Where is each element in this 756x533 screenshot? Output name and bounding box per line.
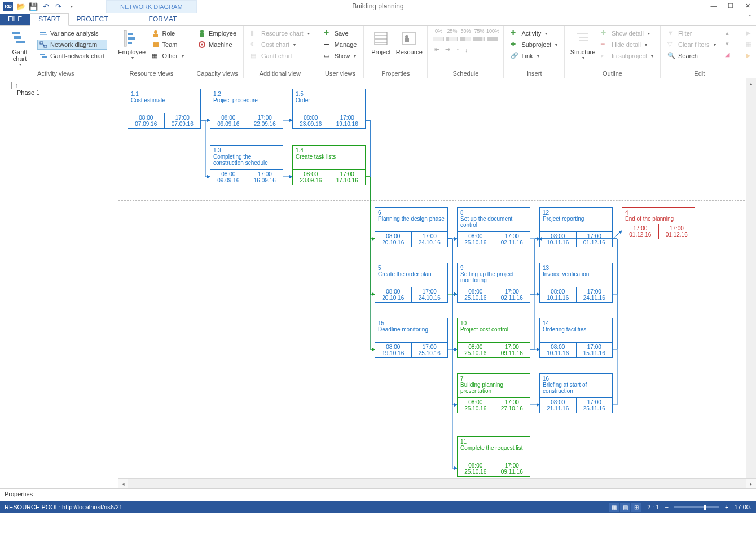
chart-icon: ▮ xyxy=(250,29,258,37)
group-additional-view: ▮Resource chart▾ ¢Cost chart▾ ▤Gantt cha… xyxy=(244,26,317,78)
activity-icon: ✚ xyxy=(511,29,518,37)
show-icon: ▭ xyxy=(324,52,332,60)
status-icon-3[interactable]: ⊞ xyxy=(631,503,641,512)
down-arrow-icon: ▾ xyxy=(720,39,734,49)
tab-project[interactable]: PROJECT xyxy=(69,14,116,25)
diagram-node[interactable]: 16Briefing at start of construction08:00… xyxy=(539,373,613,413)
capacity-machine-button[interactable]: Machine xyxy=(196,40,239,50)
tab-format[interactable]: FORMAT xyxy=(141,14,185,25)
status-icon-1[interactable]: ▦ xyxy=(609,503,619,512)
eraser-icon: ◢ xyxy=(720,50,734,59)
scroll-right-icon[interactable]: ▸ xyxy=(746,479,756,488)
gantt-chart-button[interactable]: Gantt chart ▾ xyxy=(5,28,35,67)
search-button[interactable]: 🔍Search xyxy=(665,51,718,61)
diagram-node[interactable]: 1.3Completing the construction schedule0… xyxy=(210,145,283,185)
plus-icon: ✚ xyxy=(601,29,609,37)
show-detail-button: ✚Show detail▾ xyxy=(599,28,656,38)
redo-icon[interactable]: ↷ xyxy=(54,2,63,11)
svg-rect-1 xyxy=(14,36,21,39)
network-diagram-button[interactable]: Network diagram xyxy=(37,40,107,50)
diagram-canvas[interactable]: 1.1Cost estimate08:0007.09.1617:0007.09.… xyxy=(118,78,756,488)
resource-properties-button[interactable]: Resource xyxy=(395,28,423,55)
maximize-button[interactable]: ☐ xyxy=(722,0,739,11)
svg-rect-13 xyxy=(128,42,132,44)
tab-file[interactable]: FILE xyxy=(0,14,30,25)
gantt-icon: ▤ xyxy=(250,52,258,60)
schedule-extra-icon: ⋯ xyxy=(471,45,482,54)
zoom-in-icon[interactable]: + xyxy=(725,504,728,510)
diagram-node[interactable]: 11Complete the request list08:0025.10.16… xyxy=(457,436,530,477)
qat-dropdown-icon[interactable]: ▾ xyxy=(67,2,76,11)
role-button[interactable]: Role xyxy=(150,28,187,38)
manage-views-button[interactable]: ☰Manage xyxy=(322,40,359,50)
vertical-scrollbar[interactable]: ▴ xyxy=(746,78,756,479)
diagram-node[interactable]: 12Project reporting08:0010.11.1617:0001.… xyxy=(539,207,613,247)
save-icon[interactable]: 💾 xyxy=(29,2,38,11)
employee-view-button[interactable]: Employee ▾ xyxy=(117,28,147,60)
scroll-up-icon[interactable]: ▴ xyxy=(746,78,756,88)
svg-rect-10 xyxy=(124,30,126,46)
properties-panel-header[interactable]: Properties xyxy=(0,488,756,501)
diagram-node[interactable]: 9Setting up the project monitoring08:002… xyxy=(457,263,530,303)
diagram-node[interactable]: 7Building planning presentation08:0025.1… xyxy=(457,373,530,413)
indent-icon: ⇥ xyxy=(443,45,452,54)
tree-root[interactable]: - 1 xyxy=(5,82,113,89)
diagram-node[interactable]: 8Set up the document control08:0025.10.1… xyxy=(457,207,530,247)
save-view-button[interactable]: ✚Save xyxy=(322,28,359,38)
minus-icon: ━ xyxy=(601,41,609,49)
in-subproject-button: ▸In subproject▾ xyxy=(599,51,656,61)
insert-subproject-button[interactable]: ✚Subproject▾ xyxy=(508,40,560,50)
group-edit: ▼Filter ▽Clear filters▾ 🔍Search ▴ ▾ ◢ Ed… xyxy=(661,26,739,78)
diagram-node[interactable]: 13Invoice verification08:0010.11.1617:00… xyxy=(539,263,613,303)
svg-rect-6 xyxy=(44,45,47,47)
diagram-node[interactable]: 1.1Cost estimate08:0007.09.1617:0007.09.… xyxy=(128,89,201,129)
gantt-network-icon xyxy=(39,52,47,60)
group-user-views: ✚Save ☰Manage ▭Show▾ User views xyxy=(317,26,364,78)
project-properties-button[interactable]: Project xyxy=(368,28,393,55)
diagram-node[interactable]: 15Deadline monitoring08:0019.10.1617:002… xyxy=(375,318,448,358)
zoom-slider[interactable] xyxy=(674,506,719,508)
insert-link-button[interactable]: 🔗Link▾ xyxy=(508,51,560,61)
tab-start[interactable]: START xyxy=(30,13,68,26)
tree-pane: - 1 Phase 1 xyxy=(0,78,118,488)
gantt-network-chart-button[interactable]: Gantt-network chart xyxy=(37,51,107,61)
diagram-node[interactable]: 1.2Project procedure08:0009.09.1617:0022… xyxy=(210,89,283,129)
ribbon-collapse-icon[interactable]: ˇ xyxy=(749,15,751,23)
collapse-icon[interactable]: - xyxy=(5,82,12,89)
open-icon[interactable]: 📂 xyxy=(16,2,25,11)
link-icon: 🔗 xyxy=(511,52,518,60)
horizontal-scrollbar[interactable]: ◂ ▸ xyxy=(118,478,756,488)
status-icon-2[interactable]: ▤ xyxy=(620,503,630,512)
title-bar: RB 📂 💾 ↶ ↷ ▾ NETWORK DIAGRAM Building pl… xyxy=(0,0,756,13)
show-views-dropdown[interactable]: ▭Show▾ xyxy=(322,51,359,61)
tree-root-name[interactable]: Phase 1 xyxy=(5,89,113,96)
scroll-left-icon[interactable]: ◂ xyxy=(118,479,128,488)
other-dropdown[interactable]: ▦Other▾ xyxy=(150,51,187,61)
close-button[interactable]: ✕ xyxy=(739,0,756,11)
diagram-node[interactable]: 5Create the order plan08:0020.10.1617:00… xyxy=(375,263,448,303)
group-resource-views: Employee ▾ Role Team ▦Other▾ Resource vi… xyxy=(112,26,192,78)
diagram-node[interactable]: 1.4Create task lists08:0023.09.1617:0017… xyxy=(292,145,366,185)
insert-activity-button[interactable]: ✚Activity▾ xyxy=(508,28,560,38)
undo-icon[interactable]: ↶ xyxy=(41,2,50,11)
diagram-node[interactable]: 6Planning the design phase08:0020.10.161… xyxy=(375,207,448,247)
svg-rect-2 xyxy=(16,41,25,43)
diagram-node[interactable]: 4End of the planning17:0001.12.1617:0001… xyxy=(622,207,695,239)
diagram-node[interactable]: 10Project cost control08:0025.10.1617:00… xyxy=(457,318,530,358)
progress-100-button: 100% xyxy=(486,28,499,41)
search-icon: 🔍 xyxy=(667,52,675,60)
team-button[interactable]: Team xyxy=(150,40,187,50)
capacity-employee-button[interactable]: Employee xyxy=(196,28,239,38)
minimize-button[interactable]: ― xyxy=(705,0,722,11)
diagram-node[interactable]: 1.5Order08:0023.09.1617:0019.10.16 xyxy=(292,89,366,129)
zoom-out-icon[interactable]: − xyxy=(665,504,669,510)
svg-rect-5 xyxy=(40,42,43,44)
zoom-ratio: 2 : 1 xyxy=(647,504,659,510)
diagram-node[interactable]: 14Ordering facilities08:0010.11.1617:001… xyxy=(539,318,613,358)
svg-rect-9 xyxy=(42,56,47,58)
other-icon: ▦ xyxy=(152,52,160,60)
calendar-icon: ▦ xyxy=(746,41,754,49)
svg-point-28 xyxy=(405,35,408,38)
chevron-down-icon: ▾ xyxy=(19,62,21,67)
variance-analysis-button[interactable]: Variance analysis xyxy=(37,28,107,38)
